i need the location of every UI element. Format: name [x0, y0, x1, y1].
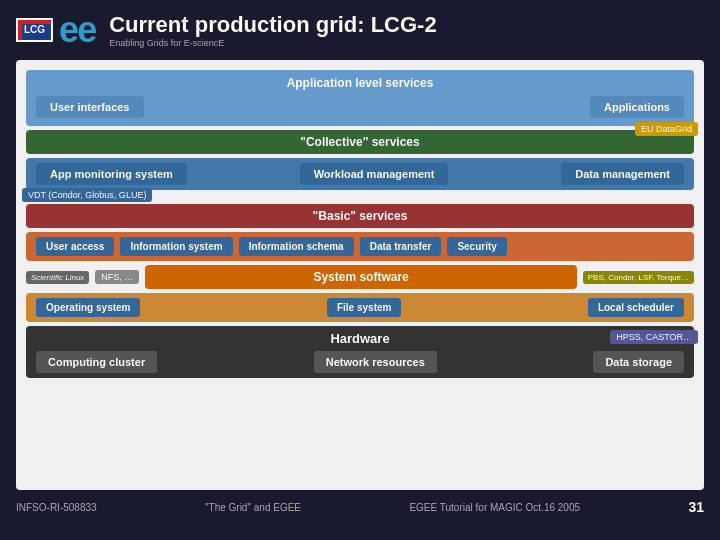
header-subtitle: Enabling Grids for E-sciencE [109, 38, 437, 48]
security-box: Security [447, 237, 506, 256]
header-title-area: Current production grid: LCG-2 Enabling … [109, 12, 437, 48]
system-row: Scientific Linux NFS, … System software … [26, 265, 694, 289]
system-bar: System software [145, 265, 576, 289]
app-level-title: Application level services [36, 76, 684, 90]
header: LCG ee Current production grid: LCG-2 En… [0, 0, 720, 60]
lcg-logo: LCG [16, 18, 53, 42]
app-monitoring-box: App monitoring system [36, 163, 187, 185]
user-access-box: User access [36, 237, 114, 256]
operating-system-box: Operating system [36, 298, 140, 317]
vdt-tag: VDT (Condor, Globus, GLUE) [22, 188, 152, 202]
computing-cluster-box: Computing cluster [36, 351, 157, 373]
scientific-linux-tag: Scientific Linux [26, 271, 89, 284]
app-level-section: Application level services User interfac… [26, 70, 694, 126]
collective-title: "Collective" services [36, 135, 684, 149]
data-management-box: Data management [561, 163, 684, 185]
eu-datagrid-tag: EU DataGrid [635, 122, 698, 136]
ee-logo: ee [59, 9, 95, 51]
main-content: Application level services User interfac… [16, 60, 704, 490]
information-system-box: Information system [120, 237, 232, 256]
footer-center-right: EGEE Tutorial for MAGIC Oct.16 2005 [409, 502, 580, 513]
network-resources-box: Network resources [314, 351, 437, 373]
basic-boxes: User access Information system Informati… [26, 232, 694, 261]
hardware-boxes: Computing cluster Network resources Data… [36, 351, 684, 373]
workload-management-box: Workload management [300, 163, 449, 185]
applications-box: Applications [590, 96, 684, 118]
pbs-tag: PBS, Condor, LSF, Torque… [583, 271, 694, 284]
hpss-tag: HPSS, CASTOR… [610, 330, 698, 344]
page-title: Current production grid: LCG-2 [109, 12, 437, 38]
local-scheduler-box: Local scheduler [588, 298, 684, 317]
hardware-title: Hardware [36, 331, 684, 346]
information-schema-box: Information schema [239, 237, 354, 256]
footer-center-left: "The Grid" and EGEE [205, 502, 301, 513]
basic-bar: "Basic" services [26, 204, 694, 228]
data-storage-box: Data storage [593, 351, 684, 373]
hardware-section: Hardware HPSS, CASTOR… Computing cluster… [26, 326, 694, 378]
user-interfaces-box: User interfaces [36, 96, 144, 118]
nfs-tag: NFS, … [95, 270, 139, 284]
data-transfer-box: Data transfer [360, 237, 442, 256]
collective-boxes: App monitoring system Workload managemen… [26, 158, 694, 190]
footer-page: 31 [688, 499, 704, 515]
app-level-row: User interfaces Applications [36, 96, 684, 118]
system-boxes: Operating system File system Local sched… [26, 293, 694, 322]
collective-bar: "Collective" services EU DataGrid [26, 130, 694, 154]
basic-title: "Basic" services [36, 209, 684, 223]
file-system-box: File system [327, 298, 401, 317]
footer-left: INFSO-RI-508833 [16, 502, 97, 513]
footer: INFSO-RI-508833 "The Grid" and EGEE EGEE… [0, 490, 720, 524]
